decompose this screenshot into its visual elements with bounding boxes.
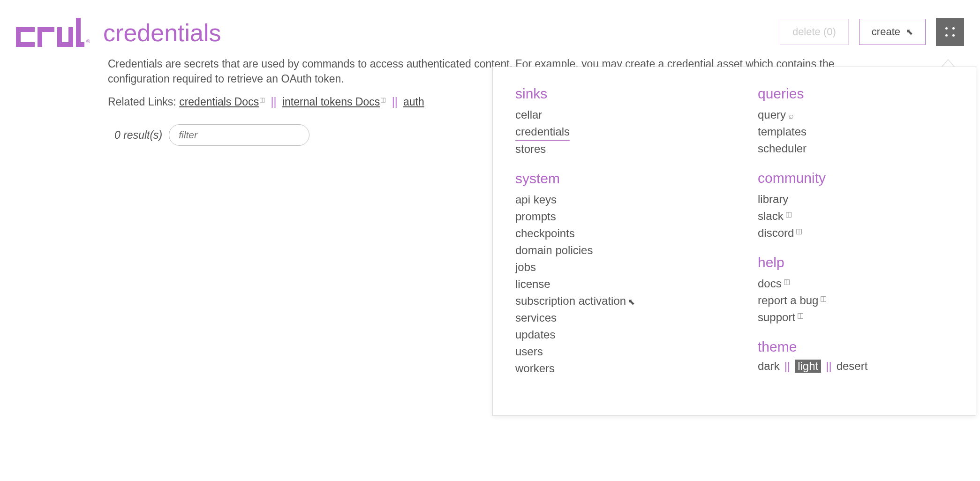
external-link-icon: ◫ [785, 210, 792, 218]
menu-item[interactable]: support [758, 309, 795, 326]
link-separator: || [268, 96, 279, 108]
page-title: credentials [103, 21, 221, 45]
menu-item[interactable]: cellar [515, 106, 542, 123]
crul-logo-icon [16, 18, 84, 47]
menu-item[interactable]: license [515, 276, 550, 293]
menu-section-heading: sinks [515, 86, 711, 102]
main-menu-dropdown: sinkscellarcredentialsstoressystemapi ke… [492, 67, 976, 416]
menu-item[interactable]: api keys [515, 191, 557, 208]
external-link-icon: ◫ [820, 294, 827, 302]
menu-section-heading: help [758, 255, 953, 271]
related-link[interactable]: internal tokens Docs [282, 96, 380, 108]
menu-item[interactable]: checkpoints [515, 225, 575, 242]
create-button-label: create [872, 26, 900, 38]
menu-item[interactable]: services [515, 309, 557, 326]
svg-rect-4 [38, 27, 54, 32]
related-link[interactable]: credentials Docs [179, 96, 259, 108]
registered-mark: ® [86, 38, 90, 44]
svg-rect-7 [57, 42, 73, 47]
menu-section-heading: community [758, 170, 953, 186]
menu-item[interactable]: jobs [515, 259, 536, 276]
menu-dots-icon [945, 27, 955, 37]
menu-item[interactable]: slack [758, 208, 784, 225]
menu-item[interactable]: credentials [515, 123, 570, 141]
menu-item[interactable]: users [515, 343, 543, 360]
external-link-icon: ◫ [380, 96, 386, 103]
create-button[interactable]: create ⬉ [859, 19, 926, 45]
delete-button-label: delete (0) [792, 26, 836, 38]
menu-item[interactable]: library [758, 191, 788, 208]
external-link-icon: ◫ [784, 278, 790, 286]
menu-item[interactable]: workers [515, 360, 555, 377]
dropdown-arrow-icon [942, 59, 955, 67]
theme-option-desert[interactable]: desert [837, 360, 868, 373]
svg-rect-1 [16, 27, 35, 32]
arrow-nw-icon: ⬉ [906, 27, 913, 37]
external-link-icon: ◫ [797, 311, 804, 319]
menu-section-heading: queries [758, 86, 953, 102]
logo[interactable]: ® [16, 18, 90, 47]
menu-section-heading: theme [758, 339, 953, 355]
link-separator: || [389, 96, 400, 108]
menu-item[interactable]: prompts [515, 208, 556, 225]
external-link-icon: ◫ [259, 96, 265, 103]
theme-row: dark||light||desert [758, 360, 953, 373]
filter-input[interactable] [169, 124, 309, 146]
theme-option-dark[interactable]: dark [758, 360, 780, 373]
arrow-nw-icon: ⬉ [628, 297, 635, 307]
menu-item[interactable]: updates [515, 326, 555, 343]
theme-option-light[interactable]: light [795, 360, 821, 373]
search-icon: ⌕ [789, 111, 794, 120]
menu-section-heading: system [515, 171, 711, 187]
svg-rect-2 [16, 42, 35, 47]
menu-item[interactable]: report a bug [758, 292, 818, 309]
delete-button[interactable]: delete (0) [780, 19, 849, 45]
result-count: 0 result(s) [114, 129, 162, 142]
menu-item[interactable]: docs [758, 275, 782, 292]
menu-item[interactable]: stores [515, 141, 546, 158]
menu-item[interactable]: templates [758, 123, 807, 140]
menu-item[interactable]: scheduler [758, 140, 807, 157]
theme-separator: || [784, 360, 790, 373]
menu-item[interactable]: query [758, 106, 786, 123]
menu-item[interactable]: domain policies [515, 242, 593, 259]
related-link[interactable]: auth [403, 96, 424, 108]
menu-item[interactable]: subscription activation [515, 293, 626, 309]
related-links-prefix: Related Links: [108, 96, 176, 108]
theme-separator: || [826, 360, 831, 373]
svg-rect-9 [76, 42, 84, 47]
external-link-icon: ◫ [796, 227, 802, 235]
menu-button[interactable] [936, 18, 964, 46]
menu-item[interactable]: discord [758, 225, 794, 241]
